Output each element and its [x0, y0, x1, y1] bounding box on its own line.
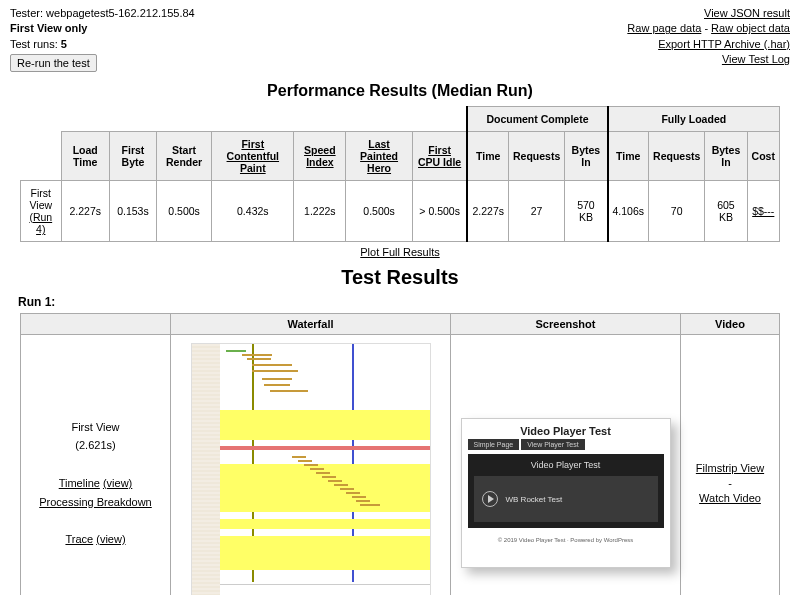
header-right-links: View JSON result Raw page data - Raw obj…: [627, 6, 790, 68]
cell-full-time: 4.106s: [608, 181, 649, 242]
raw-page-data-link[interactable]: Raw page data: [627, 22, 701, 34]
col-full-requests: Requests: [649, 132, 705, 181]
link-separator: -: [701, 22, 711, 34]
col-first-byte: First Byte: [109, 132, 156, 181]
shot-tab-1: Simple Page: [468, 439, 520, 450]
first-view-only: First View only: [10, 21, 195, 36]
shot-inner-title: Video Player Test: [474, 460, 658, 470]
col-doc-time: Time: [467, 132, 508, 181]
col-full-time: Time: [608, 132, 649, 181]
header-left: Tester: webpagetest5-162.212.155.84 Firs…: [10, 6, 195, 72]
screenshot-thumbnail[interactable]: Video Player Test Simple Page View Playe…: [461, 418, 671, 568]
cell-fcp: 0.432s: [212, 181, 294, 242]
timeline-link[interactable]: Timeline: [59, 477, 100, 489]
first-view-label: First View: [71, 421, 119, 433]
screenshot-cell: Video Player Test Simple Page View Playe…: [451, 335, 681, 595]
empty-header: [21, 314, 171, 335]
empty-header: [21, 107, 468, 132]
processing-breakdown-link[interactable]: Processing Breakdown: [39, 496, 152, 508]
watch-video-link[interactable]: Watch Video: [685, 492, 775, 504]
test-runs-label: Test runs:: [10, 38, 58, 50]
col-group-document-complete: Document Complete: [467, 107, 607, 132]
performance-results-heading: Performance Results (Median Run): [10, 82, 790, 100]
row-label: First View (Run 4): [21, 181, 62, 242]
tester-value: webpagetest5-162.212.155.84: [46, 7, 195, 19]
test-runs-value: 5: [61, 38, 67, 50]
cell-cost: $$---: [747, 181, 779, 242]
shot-title: Video Player Test: [462, 419, 670, 439]
raw-object-data-link[interactable]: Raw object data: [711, 22, 790, 34]
waterfall-cell: [171, 335, 451, 595]
run-1-table: Waterfall Screenshot Video First View (2…: [20, 313, 780, 595]
cost-link[interactable]: $$---: [752, 205, 774, 217]
cell-first-byte: 0.153s: [109, 181, 156, 242]
rerun-test-button[interactable]: Re-run the test: [10, 54, 97, 72]
first-view-cell: First View (2.621s) Timeline (view) Proc…: [21, 335, 171, 595]
run-4-link[interactable]: (Run 4): [29, 211, 52, 235]
trace-link[interactable]: Trace: [65, 533, 93, 545]
export-har-link[interactable]: Export HTTP Archive (.har): [658, 38, 790, 50]
waterfall-image[interactable]: [191, 343, 431, 595]
cell-load-time: 2.227s: [61, 181, 109, 242]
view-json-link[interactable]: View JSON result: [704, 7, 790, 19]
video-dash: -: [728, 477, 732, 489]
col-doc-bytes: Bytes In: [565, 132, 608, 181]
col-first-cpu-idle[interactable]: First CPU Idle: [412, 132, 467, 181]
col-first-contentful-paint[interactable]: First Contentful Paint: [212, 132, 294, 181]
col-group-fully-loaded: Fully Loaded: [608, 107, 780, 132]
cell-full-requests: 70: [649, 181, 705, 242]
table-row: First View (Run 4) 2.227s 0.153s 0.500s …: [21, 181, 780, 242]
col-speed-index[interactable]: Speed Index: [294, 132, 346, 181]
shot-track: WB Rocket Test: [506, 495, 563, 504]
col-load-time: Load Time: [61, 132, 109, 181]
cell-doc-time: 2.227s: [467, 181, 508, 242]
plot-full-results-link[interactable]: Plot Full Results: [360, 246, 439, 258]
col-doc-requests: Requests: [509, 132, 565, 181]
col-last-painted-hero[interactable]: Last Painted Hero: [346, 132, 412, 181]
first-view-time: (2.621s): [75, 439, 115, 451]
cell-lph: 0.500s: [346, 181, 412, 242]
run-1-label: Run 1:: [18, 295, 790, 309]
cell-start-render: 0.500s: [156, 181, 211, 242]
test-results-heading: Test Results: [10, 266, 790, 289]
shot-footer: © 2019 Video Player Test · Powered by Wo…: [462, 534, 670, 543]
performance-results-table: Document Complete Fully Loaded Load Time…: [20, 106, 780, 242]
col-cost: Cost: [747, 132, 779, 181]
col-start-render: Start Render: [156, 132, 211, 181]
cell-doc-requests: 27: [509, 181, 565, 242]
view-test-log-link[interactable]: View Test Log: [722, 53, 790, 65]
empty-header: [21, 132, 62, 181]
cell-first-cpu-idle: > 0.500s: [412, 181, 467, 242]
header: Tester: webpagetest5-162.212.155.84 Firs…: [10, 6, 790, 72]
tester-label: Tester:: [10, 7, 43, 19]
col-screenshot: Screenshot: [451, 314, 681, 335]
col-waterfall: Waterfall: [171, 314, 451, 335]
cell-full-bytes: 605 KB: [705, 181, 747, 242]
table-row: First View (2.621s) Timeline (view) Proc…: [21, 335, 780, 595]
row-label-text: First View: [29, 187, 52, 211]
video-cell: Filmstrip View - Watch Video: [681, 335, 780, 595]
play-icon: [482, 491, 498, 507]
shot-tab-2: View Player Test: [521, 439, 585, 450]
filmstrip-view-link[interactable]: Filmstrip View: [685, 462, 775, 474]
trace-view-link[interactable]: (view): [96, 533, 125, 545]
cell-doc-bytes: 570 KB: [565, 181, 608, 242]
cell-speed-index: 1.222s: [294, 181, 346, 242]
timeline-view-link[interactable]: (view): [103, 477, 132, 489]
col-full-bytes: Bytes In: [705, 132, 747, 181]
col-video: Video: [681, 314, 780, 335]
